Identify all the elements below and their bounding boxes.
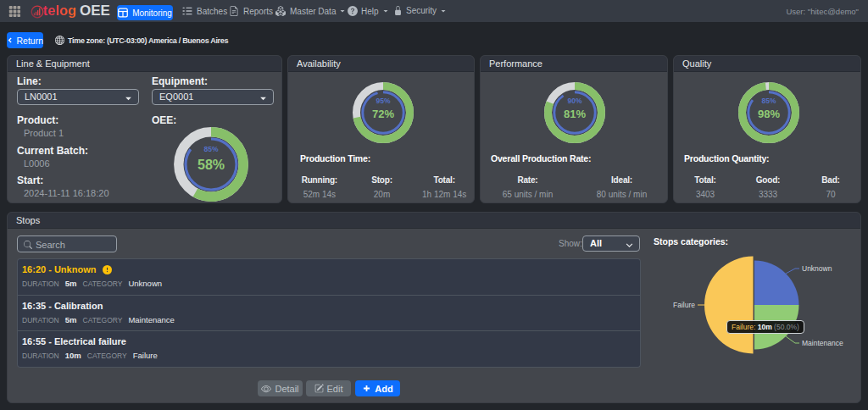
svg-text:81%: 81% — [564, 108, 586, 120]
svg-text:98%: 98% — [757, 108, 779, 120]
svg-text:95%: 95% — [376, 97, 390, 105]
svg-text:Maintenance: Maintenance — [802, 339, 843, 347]
svg-text:85%: 85% — [203, 145, 218, 153]
svg-text:Unknown: Unknown — [802, 264, 832, 273]
svg-text:85%: 85% — [761, 97, 776, 105]
svg-text:Failure: Failure — [673, 301, 695, 309]
svg-text:72%: 72% — [372, 108, 394, 120]
svg-text:90%: 90% — [567, 97, 581, 105]
svg-text:58%: 58% — [198, 158, 225, 172]
